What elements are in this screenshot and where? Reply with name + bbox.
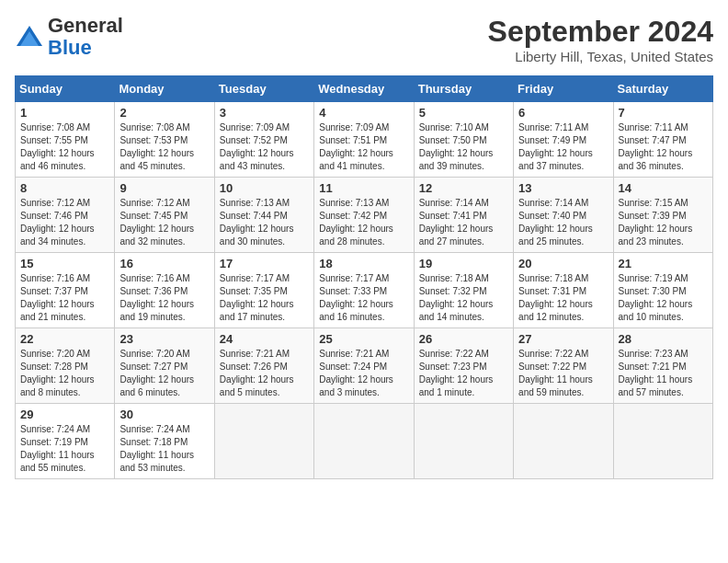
day-number: 7 [619,106,708,120]
table-row: 16 Sunrise: 7:16 AM Sunset: 7:36 PM Dayl… [115,253,214,328]
logo-icon [15,24,44,50]
table-row: 6 Sunrise: 7:11 AM Sunset: 7:49 PM Dayli… [514,102,613,178]
calendar-week-row: 1 Sunrise: 7:08 AM Sunset: 7:55 PM Dayli… [16,102,713,178]
day-number: 29 [20,408,109,421]
day-info: Sunrise: 7:19 AM Sunset: 7:30 PM Dayligh… [619,272,708,324]
header-monday: Monday [115,76,214,102]
empty-cell [314,404,414,479]
day-number: 4 [319,106,408,120]
table-row: 27 Sunrise: 7:22 AM Sunset: 7:22 PM Dayl… [514,328,613,404]
day-info: Sunrise: 7:17 AM Sunset: 7:35 PM Dayligh… [220,272,309,324]
day-number: 23 [119,332,209,346]
day-number: 17 [220,257,309,270]
day-info: Sunrise: 7:16 AM Sunset: 7:37 PM Dayligh… [20,272,109,324]
day-number: 2 [119,106,209,120]
day-info: Sunrise: 7:16 AM Sunset: 7:36 PM Dayligh… [119,272,209,324]
day-info: Sunrise: 7:23 AM Sunset: 7:21 PM Dayligh… [619,348,708,399]
empty-cell [514,404,613,479]
header-tuesday: Tuesday [214,76,313,102]
calendar-week-row: 29 Sunrise: 7:24 AM Sunset: 7:19 PM Dayl… [16,404,713,479]
empty-cell [214,404,313,479]
day-info: Sunrise: 7:14 AM Sunset: 7:41 PM Dayligh… [419,197,508,248]
day-info: Sunrise: 7:08 AM Sunset: 7:55 PM Dayligh… [20,121,109,173]
day-number: 3 [220,106,309,120]
table-row: 3 Sunrise: 7:09 AM Sunset: 7:52 PM Dayli… [214,102,313,178]
day-number: 16 [119,257,209,270]
empty-cell [613,404,712,479]
table-row: 17 Sunrise: 7:17 AM Sunset: 7:35 PM Dayl… [214,253,313,328]
table-row: 10 Sunrise: 7:13 AM Sunset: 7:44 PM Dayl… [214,178,313,253]
day-number: 9 [119,181,209,195]
calendar-week-row: 15 Sunrise: 7:16 AM Sunset: 7:37 PM Dayl… [16,253,713,328]
table-row: 11 Sunrise: 7:13 AM Sunset: 7:42 PM Dayl… [314,178,414,253]
day-number: 26 [419,332,508,346]
title-block: September 2024 Liberty Hill, Texas, Unit… [488,15,713,64]
day-info: Sunrise: 7:09 AM Sunset: 7:51 PM Dayligh… [319,121,408,173]
table-row: 7 Sunrise: 7:11 AM Sunset: 7:47 PM Dayli… [613,102,712,178]
day-number: 21 [619,257,708,270]
day-info: Sunrise: 7:15 AM Sunset: 7:39 PM Dayligh… [619,197,708,248]
day-number: 19 [419,257,508,270]
day-info: Sunrise: 7:12 AM Sunset: 7:46 PM Dayligh… [20,197,109,248]
day-info: Sunrise: 7:24 AM Sunset: 7:19 PM Dayligh… [20,423,109,475]
day-number: 8 [20,181,109,195]
table-row: 25 Sunrise: 7:21 AM Sunset: 7:24 PM Dayl… [314,328,414,404]
table-row: 19 Sunrise: 7:18 AM Sunset: 7:32 PM Dayl… [414,253,513,328]
day-number: 1 [20,106,109,120]
day-info: Sunrise: 7:20 AM Sunset: 7:27 PM Dayligh… [119,348,209,399]
page-title: September 2024 [488,15,713,49]
day-info: Sunrise: 7:20 AM Sunset: 7:28 PM Dayligh… [20,348,109,399]
day-number: 30 [119,408,209,421]
day-number: 22 [20,332,109,346]
calendar-week-row: 8 Sunrise: 7:12 AM Sunset: 7:46 PM Dayli… [16,178,713,253]
day-number: 5 [419,106,508,120]
empty-cell [414,404,513,479]
table-row: 23 Sunrise: 7:20 AM Sunset: 7:27 PM Dayl… [115,328,214,404]
table-row: 13 Sunrise: 7:14 AM Sunset: 7:40 PM Dayl… [514,178,613,253]
day-info: Sunrise: 7:10 AM Sunset: 7:50 PM Dayligh… [419,121,508,173]
table-row: 28 Sunrise: 7:23 AM Sunset: 7:21 PM Dayl… [613,328,712,404]
day-info: Sunrise: 7:12 AM Sunset: 7:45 PM Dayligh… [119,197,209,248]
header-friday: Friday [514,76,613,102]
day-info: Sunrise: 7:22 AM Sunset: 7:22 PM Dayligh… [518,348,608,399]
table-row: 9 Sunrise: 7:12 AM Sunset: 7:45 PM Dayli… [115,178,214,253]
header-sunday: Sunday [16,76,115,102]
day-number: 14 [619,181,708,195]
calendar-table: Sunday Monday Tuesday Wednesday Thursday… [15,75,713,479]
day-number: 28 [619,332,708,346]
day-number: 24 [220,332,309,346]
table-row: 30 Sunrise: 7:24 AM Sunset: 7:18 PM Dayl… [115,404,214,479]
table-row: 20 Sunrise: 7:18 AM Sunset: 7:31 PM Dayl… [514,253,613,328]
logo-text: General Blue [48,15,123,59]
day-info: Sunrise: 7:18 AM Sunset: 7:31 PM Dayligh… [518,272,608,324]
day-number: 18 [319,257,408,270]
table-row: 18 Sunrise: 7:17 AM Sunset: 7:33 PM Dayl… [314,253,414,328]
day-info: Sunrise: 7:11 AM Sunset: 7:49 PM Dayligh… [518,121,608,173]
day-info: Sunrise: 7:09 AM Sunset: 7:52 PM Dayligh… [220,121,309,173]
day-info: Sunrise: 7:22 AM Sunset: 7:23 PM Dayligh… [419,348,508,399]
day-info: Sunrise: 7:14 AM Sunset: 7:40 PM Dayligh… [518,197,608,248]
day-number: 11 [319,181,408,195]
page-subtitle: Liberty Hill, Texas, United States [488,49,713,64]
day-number: 10 [220,181,309,195]
header-thursday: Thursday [414,76,513,102]
table-row: 14 Sunrise: 7:15 AM Sunset: 7:39 PM Dayl… [613,178,712,253]
logo: General Blue [15,15,123,59]
day-number: 6 [518,106,608,120]
day-number: 25 [319,332,408,346]
day-info: Sunrise: 7:24 AM Sunset: 7:18 PM Dayligh… [119,423,209,475]
table-row: 5 Sunrise: 7:10 AM Sunset: 7:50 PM Dayli… [414,102,513,178]
calendar-week-row: 22 Sunrise: 7:20 AM Sunset: 7:28 PM Dayl… [16,328,713,404]
header-saturday: Saturday [613,76,712,102]
day-info: Sunrise: 7:21 AM Sunset: 7:26 PM Dayligh… [220,348,309,399]
logo-general: General [48,14,123,37]
calendar-header-row: Sunday Monday Tuesday Wednesday Thursday… [16,76,713,102]
day-number: 27 [518,332,608,346]
table-row: 1 Sunrise: 7:08 AM Sunset: 7:55 PM Dayli… [16,102,115,178]
day-info: Sunrise: 7:21 AM Sunset: 7:24 PM Dayligh… [319,348,408,399]
table-row: 26 Sunrise: 7:22 AM Sunset: 7:23 PM Dayl… [414,328,513,404]
logo-blue: Blue [48,36,92,59]
day-info: Sunrise: 7:13 AM Sunset: 7:42 PM Dayligh… [319,197,408,248]
table-row: 8 Sunrise: 7:12 AM Sunset: 7:46 PM Dayli… [16,178,115,253]
day-info: Sunrise: 7:11 AM Sunset: 7:47 PM Dayligh… [619,121,708,173]
